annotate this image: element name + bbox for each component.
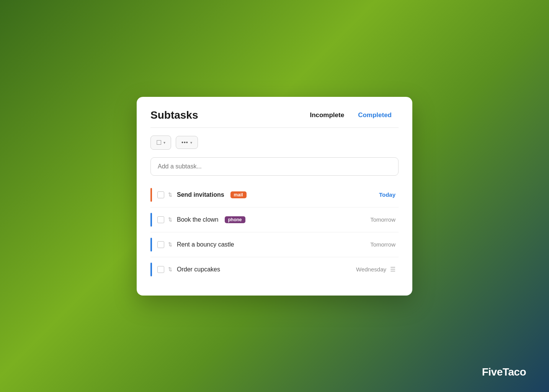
sort-icon: ⇅ [168,266,172,272]
task-right: Wednesday ☰ [356,266,395,273]
task-checkbox[interactable] [157,216,164,223]
task-priority-bar [150,238,152,252]
task-priority-bar [150,213,152,227]
subtasks-card: Subtasks Incomplete Completed ☐ ▾ ••• ▾ … [137,97,412,296]
table-row: ⇅ Book the clown phone Tomorrow [150,207,399,232]
brand-watermark: FiveTaco [482,366,526,378]
add-subtask-input[interactable] [150,157,399,176]
table-row: ⇅ Rent a bouncy castle Tomorrow [150,232,399,257]
checkbox-dropdown-button[interactable]: ☐ ▾ [150,136,171,150]
sort-icon: ⇅ [168,192,172,198]
task-priority-bar [150,263,152,276]
sort-icon: ⇅ [168,217,172,222]
task-right: Tomorrow [370,241,395,248]
task-checkbox[interactable] [157,191,164,198]
table-row: ⇅ Send invitations mail Today [150,183,399,207]
dots-icon: ••• [181,139,188,145]
task-right: Today [379,191,395,198]
task-due-date: Tomorrow [370,216,395,223]
tab-completed[interactable]: Completed [351,109,399,121]
task-priority-bar [150,188,152,202]
task-due-date: Tomorrow [370,241,395,248]
subtask-input-wrapper [150,157,399,176]
chevron-down-icon: ▾ [163,140,165,145]
task-name: Rent a bouncy castle [177,241,234,248]
task-list: ⇅ Send invitations mail Today ⇅ Book the… [150,183,399,282]
task-tag-phone: phone [225,216,245,223]
checkbox-icon: ☐ [156,139,162,146]
task-checkbox[interactable] [157,241,164,248]
task-menu-icon[interactable]: ☰ [390,266,395,273]
tabs: Incomplete Completed [303,109,399,121]
task-due-date: Today [379,191,395,198]
task-name: Book the clown [177,216,219,223]
card-title: Subtasks [150,109,198,121]
task-right: Tomorrow [370,216,395,223]
task-left: ⇅ Rent a bouncy castle [150,238,234,252]
tab-incomplete[interactable]: Incomplete [303,109,351,121]
task-due-date: Wednesday [356,266,386,273]
task-tag-mail: mail [230,191,247,198]
task-left: ⇅ Book the clown phone [150,213,245,227]
toolbar: ☐ ▾ ••• ▾ [150,136,399,150]
task-name: Order cupcakes [177,266,220,273]
chevron-down-icon-2: ▾ [190,140,192,145]
sort-icon: ⇅ [168,242,172,247]
task-name: Send invitations [177,191,224,198]
task-left: ⇅ Order cupcakes [150,263,220,276]
more-options-dropdown-button[interactable]: ••• ▾ [176,136,198,149]
task-checkbox[interactable] [157,266,164,273]
table-row: ⇅ Order cupcakes Wednesday ☰ [150,257,399,282]
card-header: Subtasks Incomplete Completed [150,109,399,128]
task-left: ⇅ Send invitations mail [150,188,247,202]
